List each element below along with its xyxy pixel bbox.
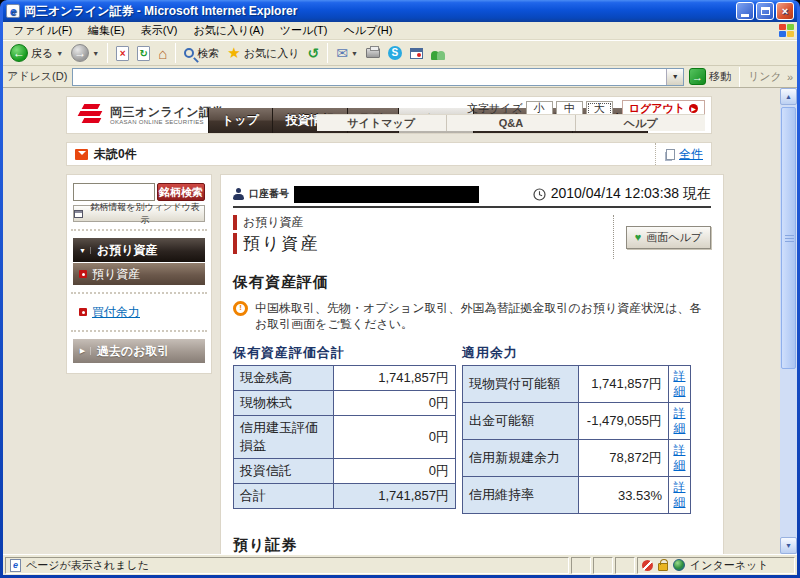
unread-status[interactable]: 未読0件: [75, 146, 137, 163]
sidebar-group-history[interactable]: ▶ 過去のお取引: [73, 339, 205, 363]
margin-table-block: 適用余力 現物買付可能額 1,741,857円 詳細 出金可能額: [462, 344, 691, 514]
screen-help-button[interactable]: ♥ 画面ヘルプ: [626, 226, 711, 249]
account-number-redacted: [294, 186, 479, 203]
menu-file[interactable]: ファイル(F): [5, 22, 80, 39]
okasan-logo[interactable]: 岡三オンライン証券 OKASAN ONLINE SECURITIES: [77, 102, 224, 128]
menu-edit[interactable]: 編集(E): [80, 22, 133, 39]
sidebar-item-buying-power[interactable]: 買付余力: [73, 301, 205, 323]
refresh-icon: ↻: [137, 46, 150, 61]
scrollbar-thumb[interactable]: [781, 107, 796, 369]
back-dropdown-icon[interactable]: ▼: [56, 50, 63, 57]
mail-button[interactable]: ✉ ▼: [333, 44, 361, 62]
skype-button[interactable]: S: [385, 45, 405, 61]
go-button[interactable]: → 移動: [689, 68, 731, 85]
detail-link[interactable]: 詳細: [673, 443, 686, 473]
sidebar-group-assets[interactable]: ▼ お預り資産: [73, 238, 205, 262]
zone-label: インターネット: [690, 558, 769, 573]
menu-help[interactable]: ヘルプ(H): [335, 22, 400, 39]
browser-window: e 岡三オンライン証券 - Microsoft Internet Explore…: [0, 0, 800, 578]
row-value: 0円: [334, 416, 456, 459]
table-row: 現物株式 0円: [234, 391, 456, 416]
account-row: 口座番号 2010/04/14 12:03:38 現在: [233, 185, 711, 208]
row-label: 信用維持率: [463, 477, 579, 514]
detail-link[interactable]: 詳細: [673, 369, 686, 399]
menu-favorites[interactable]: お気に入り(A): [185, 22, 271, 39]
edit-button[interactable]: [407, 47, 426, 60]
title-row: お預り資産 預り資産 ♥ 画面ヘルプ: [233, 215, 711, 259]
refresh-button[interactable]: ↻: [134, 45, 153, 62]
row-label: 現物買付可能額: [463, 366, 579, 403]
summary-table: 現金残高 1,741,857円 現物株式 0円 信用建玉評価損益: [233, 365, 456, 509]
status-panel: [593, 557, 613, 574]
status-panel: [571, 557, 591, 574]
back-button[interactable]: ← 戻る ▼: [7, 43, 66, 63]
sidebar-item-deposit-label: 預り資産: [92, 266, 140, 283]
all-messages-link[interactable]: 全件: [655, 143, 703, 165]
internet-zone-icon: [673, 559, 685, 571]
summary-table-title: 保有資産評価合計: [233, 344, 456, 362]
symbol-search-input[interactable]: [73, 183, 155, 201]
securities-heading: 預り証券: [233, 536, 711, 554]
status-message-panel: e ページが表示されました: [5, 557, 569, 574]
table-row: 投資信託 0円: [234, 459, 456, 484]
home-button[interactable]: ⌂: [155, 44, 170, 63]
maximize-button[interactable]: [756, 2, 774, 20]
scroll-down-icon[interactable]: ▼: [780, 537, 797, 554]
close-button[interactable]: ×: [776, 2, 794, 20]
browser-toolbar: ← 戻る ▼ → ▼ × ↻ ⌂ 検索 ★ お気に入り ↺ ✉ ▼ S: [3, 40, 797, 66]
table-row: 信用維持率 33.53% 詳細: [463, 477, 691, 514]
links-chevron-icon[interactable]: »: [787, 71, 793, 83]
popup-blocked-icon: [642, 560, 653, 571]
skype-icon: S: [388, 46, 402, 60]
search-button[interactable]: 検索: [181, 45, 222, 62]
symbol-search-button[interactable]: 銘柄検索: [157, 183, 205, 201]
chevron-down-icon: ▼: [78, 247, 91, 254]
help-area: ♥ 画面ヘルプ: [613, 215, 711, 259]
detail-link[interactable]: 詳細: [673, 406, 686, 436]
favorites-label: お気に入り: [244, 46, 300, 61]
home-icon: ⌂: [158, 45, 167, 62]
nav-tab-top[interactable]: トップ: [208, 108, 273, 133]
timestamp: 2010/04/14 12:03:38 現在: [533, 185, 711, 203]
history-icon: ↺: [307, 45, 319, 61]
summary-table-block: 保有資産評価合計 現金残高 1,741,857円 現物株式 0円: [233, 344, 456, 509]
unread-mail-icon: [75, 149, 88, 160]
unread-label: 未読0件: [94, 146, 137, 163]
vertical-scrollbar[interactable]: ▲ ▼: [780, 88, 797, 554]
menu-tools[interactable]: ツール(T): [272, 22, 336, 39]
clock-icon: [533, 188, 546, 201]
status-zone-panel: インターネット: [637, 557, 795, 574]
links-label[interactable]: リンク: [748, 69, 782, 84]
print-button[interactable]: [363, 47, 383, 59]
mail-dropdown-icon[interactable]: ▼: [351, 50, 358, 57]
forward-button[interactable]: → ▼: [68, 43, 102, 63]
ie-page-icon: e: [6, 4, 20, 18]
messenger-button[interactable]: [428, 46, 448, 61]
row-value: 1,741,857円: [334, 484, 456, 509]
address-input[interactable]: ▼: [72, 68, 684, 86]
forward-dropdown-icon[interactable]: ▼: [92, 50, 99, 57]
symbol-popup-button[interactable]: 銘柄情報を別ウィンドウ表示: [73, 205, 205, 222]
mail-icon: ✉: [336, 45, 348, 61]
history-button[interactable]: ↺: [304, 44, 322, 62]
status-message: ページが表示されました: [26, 558, 149, 573]
valuation-heading: 保有資産評価: [233, 273, 711, 292]
sitemap-link[interactable]: サイトマップ: [317, 115, 447, 131]
address-dropdown-icon[interactable]: ▼: [666, 69, 683, 85]
scroll-up-icon[interactable]: ▲: [780, 88, 797, 105]
minimize-button[interactable]: [736, 2, 754, 20]
help-link[interactable]: ヘルプ: [576, 115, 705, 131]
stop-button[interactable]: ×: [113, 45, 132, 62]
menu-view[interactable]: 表示(V): [133, 22, 186, 39]
stop-icon: ×: [116, 46, 129, 61]
sidebar-item-deposit-assets[interactable]: 預り資産: [73, 263, 205, 285]
row-label: 信用新規建余力: [463, 440, 579, 477]
qa-link[interactable]: Q&A: [447, 115, 577, 131]
favorites-button[interactable]: ★ お気に入り: [224, 43, 302, 63]
row-value: 0円: [334, 459, 456, 484]
detail-link[interactable]: 詳細: [673, 480, 686, 510]
notice-text: 中国株取引、先物・オプション取引、外国為替証拠金取引のお預り資産状況は、各お取引…: [255, 300, 711, 332]
table-row: 出金可能額 -1,479,055円 詳細: [463, 403, 691, 440]
row-label: 合計: [234, 484, 334, 509]
page-viewport: 岡三オンライン証券 OKASAN ONLINE SECURITIES トップ 投…: [3, 88, 797, 554]
